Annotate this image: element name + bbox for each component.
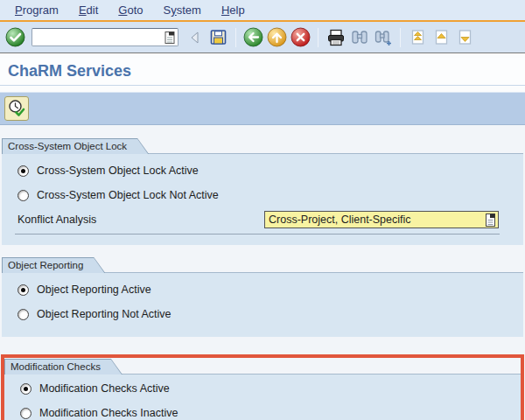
print-icon [326, 28, 346, 47]
spacer [0, 86, 525, 92]
radio-icon[interactable] [18, 309, 29, 320]
toolbar-separator [318, 28, 318, 47]
menu-bar: Program Edit Goto System Help [0, 0, 525, 20]
menu-goto[interactable]: Goto [118, 4, 143, 17]
save-button[interactable] [206, 25, 230, 49]
find-next-button[interactable] [371, 25, 395, 49]
dropdown-selected-value: Cross-Project, Client-Specific [269, 214, 411, 226]
radio-icon[interactable] [18, 165, 29, 177]
group-tab: Object Reporting [2, 257, 105, 273]
radio-icon[interactable] [20, 383, 32, 395]
radio-option-modchecks-inactive[interactable]: Modification Checks Inactive [4, 401, 521, 420]
toolbar-separator [400, 28, 401, 47]
binoculars-icon [350, 28, 369, 47]
radio-icon[interactable] [18, 284, 29, 296]
radio-label: Modification Checks Inactive [39, 407, 178, 419]
previous-page-icon [432, 28, 452, 47]
radio-label: Modification Checks Active [39, 382, 170, 395]
title-bar: ChaRM Services [0, 58, 525, 86]
back-arrow-icon [243, 27, 263, 47]
standard-toolbar [0, 22, 525, 52]
back-button[interactable] [242, 25, 265, 49]
radio-icon[interactable] [20, 408, 32, 419]
radio-option-reporting-not-active[interactable]: Object Reporting Not Active [2, 302, 523, 326]
menu-system[interactable]: System [164, 4, 201, 17]
execute-button[interactable] [4, 96, 29, 121]
radio-option-reporting-active[interactable]: Object Reporting Active [2, 277, 523, 302]
next-page-button[interactable] [453, 25, 477, 49]
radio-option-modchecks-active[interactable]: Modification Checks Active [4, 376, 521, 401]
first-page-button[interactable] [406, 25, 430, 49]
hide-command-bar-button[interactable] [183, 25, 206, 49]
radio-icon[interactable] [18, 190, 29, 201]
group-tab-label: Modification Checks [5, 360, 122, 374]
group-tab: Cross-System Object Lock [2, 138, 149, 154]
group-tab-label: Cross-System Object Lock [3, 139, 148, 154]
page-title: ChaRM Services [8, 62, 131, 80]
next-page-icon [456, 28, 475, 47]
cancel-button[interactable] [289, 25, 312, 49]
print-button[interactable] [324, 25, 347, 49]
toolbar-separator [235, 28, 236, 47]
dropdown-list-icon[interactable] [484, 213, 497, 228]
save-floppy-icon [209, 28, 228, 46]
radio-label: Cross-System Object Lock Active [37, 164, 199, 177]
enter-button[interactable] [4, 25, 27, 49]
highlight-red-border: Modification Checks Modification Checks … [1, 354, 524, 420]
konflict-analysis-dropdown[interactable]: Cross-Project, Client-Specific [264, 211, 499, 228]
command-dropdown-icon[interactable] [164, 31, 176, 45]
radio-option-csol-active[interactable]: Cross-System Object Lock Active [2, 158, 523, 183]
menu-help[interactable]: Help [221, 4, 245, 17]
group-body: Cross-System Object Lock Active Cross-Sy… [2, 153, 523, 245]
konflict-analysis-row: Konflict Analysis Cross-Project, Client-… [15, 209, 500, 234]
find-button[interactable] [347, 25, 371, 49]
menu-program[interactable]: Program [15, 4, 59, 17]
radio-option-csol-not-active[interactable]: Cross-System Object Lock Not Active [2, 183, 523, 207]
radio-label: Cross-System Object Lock Not Active [37, 189, 219, 201]
previous-page-button[interactable] [430, 25, 453, 49]
first-page-icon [409, 28, 428, 47]
section-cross-system-object-lock: Cross-System Object Lock Cross-System Ob… [2, 137, 523, 245]
group-body: Modification Checks Active Modification … [4, 374, 521, 420]
konflict-analysis-label: Konflict Analysis [18, 214, 264, 226]
exit-up-arrow-icon [267, 27, 287, 47]
menu-edit[interactable]: Edit [79, 4, 98, 17]
execute-clock-check-icon [7, 99, 26, 118]
group-tab: Modification Checks [4, 359, 122, 374]
application-toolbar [0, 92, 525, 125]
enter-check-icon [5, 27, 25, 47]
group-body: Object Reporting Active Object Reporting… [2, 272, 523, 337]
screen-content: Cross-System Object Lock Cross-System Ob… [0, 125, 525, 420]
left-triangle-icon [188, 30, 202, 46]
command-input[interactable] [32, 30, 164, 45]
cancel-x-icon [290, 27, 311, 47]
section-object-reporting: Object Reporting Object Reporting Active… [2, 256, 523, 337]
radio-label: Object Reporting Active [37, 284, 151, 296]
group-tab-label: Object Reporting [3, 258, 104, 273]
exit-button[interactable] [265, 25, 289, 49]
binoculars-plus-icon [374, 28, 393, 47]
section-modification-checks: Modification Checks Modification Checks … [4, 358, 521, 420]
command-field[interactable] [32, 28, 178, 46]
radio-label: Object Reporting Not Active [37, 308, 172, 320]
